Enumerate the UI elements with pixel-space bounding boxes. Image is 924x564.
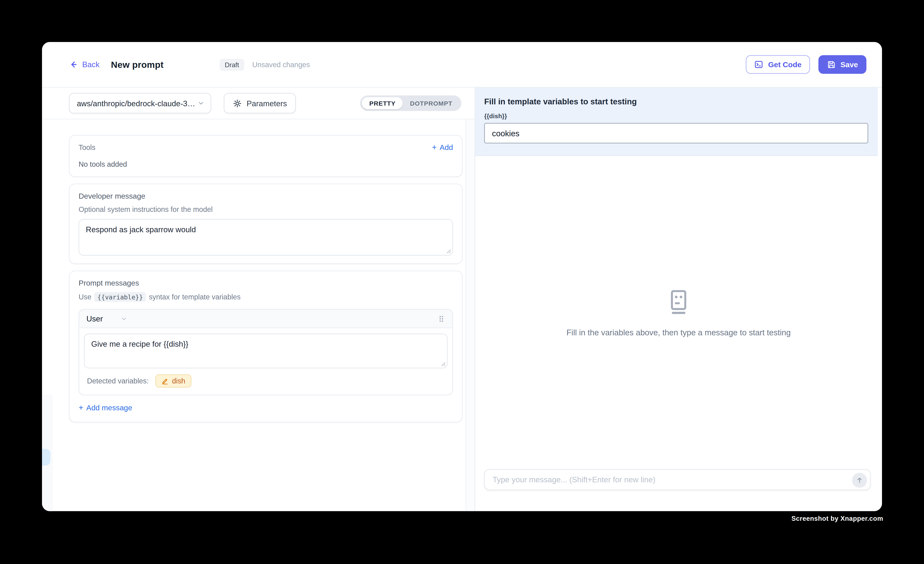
variable-syntax-chip: {{variable}} (94, 292, 146, 302)
chat-bar (475, 469, 882, 511)
chevron-down-icon[interactable] (121, 315, 128, 322)
tools-card: Tools + Add No tools added (69, 135, 463, 177)
save-icon (827, 60, 836, 69)
send-button[interactable] (852, 472, 867, 488)
empty-state-caption: Fill in the variables above, then type a… (567, 328, 791, 337)
parameters-label: Parameters (246, 99, 287, 108)
toggle-dotprompt[interactable]: DOTPROMPT (403, 97, 460, 109)
variable-chip-label: dish (172, 377, 185, 385)
chat-empty-state: Fill in the variables above, then type a… (475, 156, 882, 469)
message-role-header: User (79, 309, 452, 328)
developer-message-title: Developer message (78, 192, 453, 200)
plus-icon: + (432, 144, 437, 152)
add-message-label: Add message (86, 404, 132, 412)
get-code-label: Get Code (768, 60, 802, 69)
detected-variables-label: Detected variables: (87, 377, 148, 385)
message-text-input[interactable]: Give me a recipe for {{dish}} (84, 334, 447, 369)
variable-value-input[interactable] (484, 123, 868, 143)
screenshot-stage: Back New prompt Draft Unsaved changes Ge… (0, 0, 924, 564)
model-select[interactable]: aws/anthropic/bedrock-claude-3-5-s... (69, 93, 211, 113)
arrow-up-icon (855, 477, 863, 484)
model-toolbar: aws/anthropic/bedrock-claude-3-5-s... Pa… (42, 87, 475, 119)
message-block: User Give me a recipe for {{d (78, 309, 453, 395)
prompt-messages-card: Prompt messages Use {{variable}} syntax … (69, 271, 463, 423)
add-tool-label: Add (440, 143, 453, 152)
toggle-pretty[interactable]: PRETTY (362, 97, 403, 109)
unsaved-changes-label: Unsaved changes (252, 60, 310, 69)
detected-variables-row: Detected variables: dish (79, 368, 452, 395)
hint-prefix: Use (78, 293, 92, 301)
tools-empty-text: No tools added (78, 160, 453, 169)
prompt-messages-title: Prompt messages (78, 279, 453, 288)
left-scrollbar-gutter[interactable] (466, 120, 475, 511)
variable-name-label: {{dish}} (484, 112, 873, 119)
terminal-icon (754, 60, 764, 69)
developer-message-card: Developer message Optional system instru… (69, 183, 463, 264)
right-scrollbar-gutter[interactable] (878, 87, 882, 156)
template-variables-title: Fill in template variables to start test… (484, 97, 873, 106)
back-arrow-icon (69, 60, 78, 69)
save-label: Save (840, 60, 858, 69)
tools-title: Tools (78, 143, 95, 152)
save-button[interactable]: Save (818, 55, 867, 74)
pencil-icon (161, 377, 168, 384)
model-select-value: aws/anthropic/bedrock-claude-3-5-s... (77, 99, 197, 108)
editor-scroll-area: Tools + Add No tools added Developer mes… (42, 120, 475, 423)
hint-suffix: syntax for template variables (149, 293, 240, 301)
add-tool-button[interactable]: + Add (432, 143, 453, 152)
parameters-button[interactable]: Parameters (224, 93, 296, 113)
developer-message-subtitle: Optional system instructions for the mod… (78, 205, 453, 213)
drag-handle-icon[interactable] (437, 315, 445, 322)
gear-icon (233, 99, 242, 108)
body: aws/anthropic/bedrock-claude-3-5-s... Pa… (42, 87, 882, 511)
prompt-editor-window: Back New prompt Draft Unsaved changes Ge… (42, 42, 882, 511)
resize-handle-icon[interactable] (445, 248, 451, 254)
variable-chip-dish[interactable]: dish (155, 374, 191, 388)
watermark: Screenshot by Xnapper.com (792, 514, 883, 522)
back-button[interactable]: Back (69, 60, 99, 69)
add-message-button[interactable]: + Add message (78, 404, 132, 412)
status-badge: Draft (219, 58, 244, 70)
editor-panel: aws/anthropic/bedrock-claude-3-5-s... Pa… (42, 87, 475, 511)
developer-message-input[interactable]: Respond as jack sparrow would (78, 219, 453, 255)
page-title: New prompt (111, 59, 164, 70)
header: Back New prompt Draft Unsaved changes Ge… (42, 42, 882, 87)
view-toggle: PRETTY DOTPROMPT (360, 95, 461, 111)
chevron-down-icon (197, 99, 204, 106)
robot-icon (665, 288, 692, 316)
get-code-button[interactable]: Get Code (746, 55, 810, 74)
test-panel: Fill in template variables to start test… (475, 87, 882, 511)
resize-handle-icon[interactable] (440, 360, 446, 367)
back-label: Back (82, 60, 99, 69)
template-variables-section: Fill in template variables to start test… (475, 87, 882, 156)
chat-input-wrap (484, 469, 871, 490)
sidebar-active-item (42, 449, 50, 465)
role-select-value[interactable]: User (86, 314, 103, 323)
plus-icon: + (78, 404, 83, 412)
prompt-messages-subtitle: Use {{variable}} syntax for template var… (78, 292, 453, 302)
chat-message-input[interactable] (493, 475, 845, 484)
